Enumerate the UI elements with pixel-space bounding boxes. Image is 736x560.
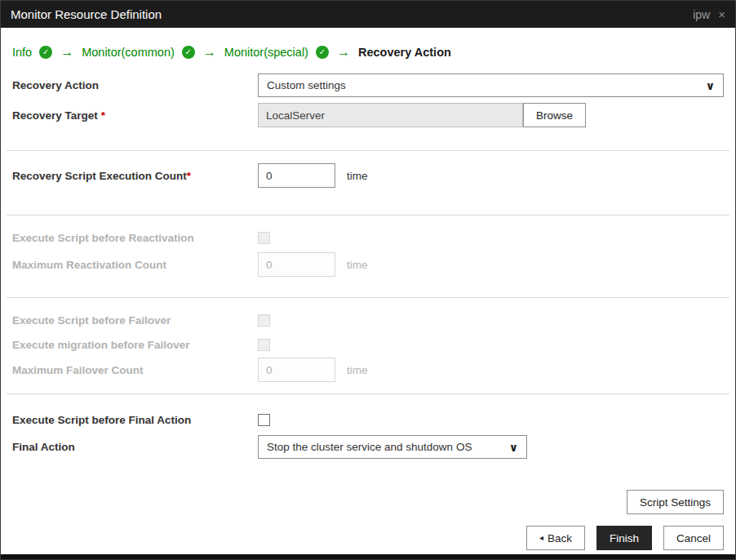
script-settings-button[interactable]: Script Settings: [627, 490, 724, 514]
time-unit-label: time: [347, 259, 368, 271]
wizard-steps: Info ✓ → Monitor(common) ✓ → Monitor(spe…: [12, 28, 724, 63]
final-action-select[interactable]: Stop the cluster service and shutdown OS…: [258, 435, 527, 459]
execute-script-before-final-action-checkbox[interactable]: [258, 414, 270, 426]
dialog-action-buttons: ◂ Back Finish Cancel: [12, 526, 724, 550]
execute-migration-before-failover-row: Execute migration before Failover: [12, 337, 724, 352]
context-label: ipw: [693, 8, 710, 21]
recovery-action-label: Recovery Action: [12, 79, 258, 91]
step-complete-check-icon: ✓: [316, 46, 329, 59]
step-arrow-icon: →: [336, 45, 351, 60]
maximum-failover-count-input: [258, 358, 335, 382]
step-complete-check-icon: ✓: [182, 46, 195, 59]
execute-migration-before-failover-checkbox: [258, 339, 270, 351]
step-monitor-common-link[interactable]: Monitor(common): [82, 46, 175, 59]
recovery-action-select[interactable]: Custom settings ∨: [258, 73, 724, 97]
cancel-button-label: Cancel: [676, 532, 711, 544]
execute-script-before-failover-checkbox: [258, 314, 270, 327]
recovery-action-row: Recovery Action Custom settings ∨: [12, 73, 724, 97]
section-divider: [7, 215, 729, 216]
recovery-target-input: [258, 103, 523, 127]
execute-script-before-failover-label: Execute Script before Failover: [12, 314, 258, 327]
dialog-title: Monitor Resource Definition: [11, 7, 162, 21]
final-action-label: Final Action: [12, 441, 258, 453]
time-unit-label: time: [347, 364, 368, 376]
time-unit-label: time: [347, 170, 368, 182]
execute-script-before-final-action-row: Execute Script before Final Action: [12, 412, 724, 427]
back-button[interactable]: ◂ Back: [526, 526, 585, 550]
step-recovery-action-current: Recovery Action: [358, 46, 451, 59]
recovery-target-row: Recovery Target* Browse: [12, 103, 724, 127]
maximum-reactivation-count-row: Maximum Reactivation Count time: [12, 252, 724, 277]
script-settings-row: Script Settings: [12, 490, 724, 514]
cancel-button[interactable]: Cancel: [663, 526, 724, 550]
maximum-failover-count-row: Maximum Failover Count time: [12, 358, 724, 382]
back-arrow-icon: ◂: [539, 534, 543, 542]
section-divider: [7, 393, 729, 394]
browse-button-label: Browse: [536, 109, 573, 122]
execute-script-before-reactivation-row: Execute Script before Reactivation: [12, 230, 724, 245]
execute-script-before-reactivation-label: Execute Script before Reactivation: [12, 232, 258, 244]
recovery-script-execution-count-row: Recovery Script Execution Count* time: [12, 163, 724, 188]
titlebar-right: ipw ×: [693, 7, 725, 21]
chevron-down-icon: ∨: [509, 442, 518, 453]
step-info-link[interactable]: Info: [12, 46, 32, 59]
close-icon[interactable]: ×: [718, 7, 725, 21]
final-action-row: Final Action Stop the cluster service an…: [12, 435, 724, 459]
step-arrow-icon: →: [202, 45, 217, 60]
dialog-bottom-edge: [1, 554, 735, 559]
final-action-selected-value: Stop the cluster service and shutdown OS: [267, 441, 472, 453]
maximum-reactivation-count-label: Maximum Reactivation Count: [12, 259, 258, 271]
step-arrow-icon: →: [60, 45, 74, 60]
chevron-down-icon: ∨: [706, 80, 715, 91]
monitor-resource-definition-dialog: Monitor Resource Definition ipw × Info ✓…: [0, 0, 736, 560]
execute-script-before-reactivation-checkbox: [258, 232, 270, 244]
execute-migration-before-failover-label: Execute migration before Failover: [12, 339, 258, 351]
recovery-script-execution-count-input[interactable]: [258, 163, 335, 188]
recovery-script-execution-count-label: Recovery Script Execution Count*: [12, 170, 258, 182]
step-monitor-special-link[interactable]: Monitor(special): [224, 46, 308, 59]
back-button-label: Back: [548, 532, 572, 544]
execute-script-before-failover-row: Execute Script before Failover: [12, 313, 724, 327]
section-divider: [7, 150, 729, 151]
finish-button-label: Finish: [610, 532, 639, 544]
browse-button[interactable]: Browse: [523, 103, 586, 127]
recovery-target-label: Recovery Target*: [12, 109, 258, 122]
section-divider: [7, 297, 729, 298]
recovery-target-label-text: Recovery Target: [12, 109, 98, 122]
script-settings-button-label: Script Settings: [640, 496, 711, 509]
execute-script-before-final-action-label: Execute Script before Final Action: [12, 414, 258, 426]
required-asterisk: *: [101, 109, 105, 122]
step-complete-check-icon: ✓: [39, 46, 52, 59]
maximum-reactivation-count-input: [258, 252, 335, 277]
recovery-script-execution-count-label-text: Recovery Script Execution Count: [12, 170, 187, 182]
dialog-content: Info ✓ → Monitor(common) ✓ → Monitor(spe…: [1, 28, 735, 554]
maximum-failover-count-label: Maximum Failover Count: [12, 364, 258, 376]
finish-button[interactable]: Finish: [596, 526, 652, 550]
recovery-action-selected-value: Custom settings: [267, 79, 346, 91]
titlebar: Monitor Resource Definition ipw ×: [1, 1, 735, 28]
required-asterisk: *: [187, 170, 191, 182]
